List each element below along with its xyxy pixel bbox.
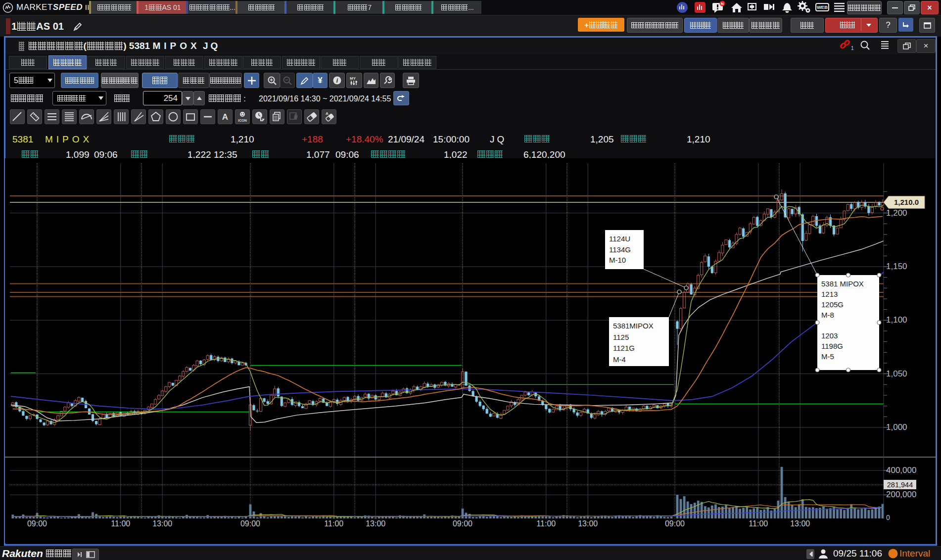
- svg-text:WEB: WEB: [817, 4, 828, 10]
- svg-text:11:00: 11:00: [111, 519, 130, 528]
- svg-text:13:00: 13:00: [366, 519, 385, 528]
- svg-text:13:00: 13:00: [578, 519, 598, 528]
- svg-text:M-4: M-4: [613, 355, 626, 364]
- svg-text:1134G: 1134G: [609, 245, 631, 254]
- svg-text:281,944: 281,944: [887, 481, 913, 489]
- svg-text:1,050: 1,050: [886, 369, 907, 378]
- svg-text:11:00: 11:00: [324, 519, 343, 528]
- svg-text:MY: MY: [350, 76, 356, 81]
- svg-text:1124U: 1124U: [609, 234, 630, 243]
- svg-text:1: 1: [851, 46, 854, 51]
- svg-text:400,000: 400,000: [886, 466, 916, 475]
- svg-text:5381MIPOX: 5381MIPOX: [613, 322, 654, 330]
- svg-text:M-10: M-10: [609, 256, 626, 264]
- svg-text:1198G: 1198G: [821, 342, 843, 350]
- svg-text:09:00: 09:00: [665, 519, 685, 528]
- svg-text:M-5: M-5: [821, 352, 834, 361]
- svg-text:13:00: 13:00: [152, 519, 172, 528]
- svg-text:1,100: 1,100: [886, 315, 907, 325]
- svg-text:1,150: 1,150: [886, 262, 907, 271]
- svg-text:A: A: [222, 112, 228, 122]
- svg-text:09:00: 09:00: [240, 519, 260, 528]
- svg-text:1,210.0: 1,210.0: [894, 198, 919, 206]
- svg-text:09:00: 09:00: [27, 519, 47, 528]
- svg-text:11:00: 11:00: [749, 519, 768, 528]
- svg-text:ICON: ICON: [238, 119, 247, 122]
- svg-text:A: A: [326, 111, 329, 116]
- svg-text:1125: 1125: [613, 333, 629, 341]
- svg-text:0: 0: [886, 513, 890, 521]
- svg-text:1,000: 1,000: [886, 422, 907, 432]
- svg-text:N: N: [721, 1, 724, 6]
- svg-text:1121G: 1121G: [613, 344, 635, 352]
- svg-text:1213: 1213: [821, 290, 838, 298]
- svg-text:200,000: 200,000: [886, 490, 916, 499]
- svg-text:11:00: 11:00: [536, 519, 556, 528]
- svg-text:5381 MIPOX: 5381 MIPOX: [821, 280, 864, 288]
- svg-text:09:00: 09:00: [453, 519, 472, 528]
- svg-text:1,200: 1,200: [886, 208, 907, 218]
- svg-text:1205G: 1205G: [821, 300, 844, 309]
- svg-text:M-8: M-8: [821, 311, 834, 319]
- svg-text:1203: 1203: [821, 331, 838, 340]
- svg-text:13:00: 13:00: [790, 519, 810, 528]
